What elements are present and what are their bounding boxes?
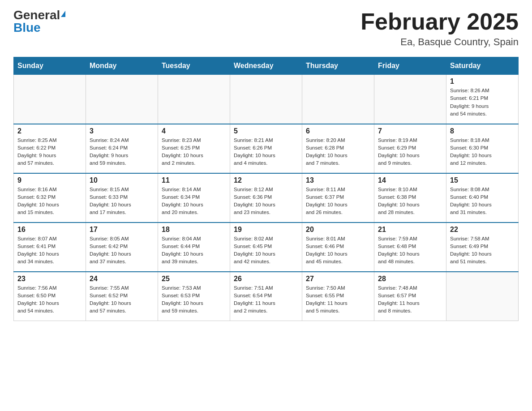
day-info: Sunrise: 8:25 AM Sunset: 6:22 PM Dayligh… — [17, 137, 82, 167]
day-number: 15 — [450, 176, 515, 184]
day-info: Sunrise: 8:15 AM Sunset: 6:33 PM Dayligh… — [90, 186, 154, 217]
calendar-cell — [230, 75, 302, 124]
calendar-cell: 10Sunrise: 8:15 AM Sunset: 6:33 PM Dayli… — [86, 173, 158, 223]
day-number: 14 — [378, 176, 442, 184]
day-number: 2 — [17, 127, 82, 135]
day-info: Sunrise: 7:56 AM Sunset: 6:50 PM Dayligh… — [17, 284, 82, 315]
day-number: 18 — [162, 226, 226, 234]
day-number: 8 — [450, 127, 515, 135]
day-number: 9 — [17, 176, 82, 184]
day-info: Sunrise: 8:04 AM Sunset: 6:44 PM Dayligh… — [162, 235, 226, 266]
day-info: Sunrise: 7:51 AM Sunset: 6:54 PM Dayligh… — [234, 284, 298, 315]
day-number: 16 — [17, 226, 82, 234]
calendar-cell: 11Sunrise: 8:14 AM Sunset: 6:34 PM Dayli… — [158, 173, 230, 223]
logo-general-text: General — [13, 9, 60, 21]
day-info: Sunrise: 8:12 AM Sunset: 6:36 PM Dayligh… — [234, 186, 298, 217]
day-info: Sunrise: 8:19 AM Sunset: 6:29 PM Dayligh… — [378, 137, 442, 167]
calendar-cell: 18Sunrise: 8:04 AM Sunset: 6:44 PM Dayli… — [158, 223, 230, 272]
calendar-cell: 28Sunrise: 7:48 AM Sunset: 6:57 PM Dayli… — [374, 272, 446, 321]
day-number: 26 — [234, 275, 298, 283]
calendar-cell: 13Sunrise: 8:11 AM Sunset: 6:37 PM Dayli… — [302, 173, 374, 223]
calendar-cell — [302, 75, 374, 124]
day-number: 24 — [90, 275, 154, 283]
day-info: Sunrise: 8:11 AM Sunset: 6:37 PM Dayligh… — [306, 186, 370, 217]
day-number: 3 — [90, 127, 154, 135]
calendar-week-row: 2Sunrise: 8:25 AM Sunset: 6:22 PM Daylig… — [14, 124, 519, 173]
day-info: Sunrise: 7:55 AM Sunset: 6:52 PM Dayligh… — [90, 284, 154, 315]
location: Ea, Basque Country, Spain — [360, 36, 519, 48]
calendar-cell — [374, 75, 446, 124]
day-info: Sunrise: 8:02 AM Sunset: 6:45 PM Dayligh… — [234, 235, 298, 266]
day-number: 4 — [162, 127, 226, 135]
day-number: 23 — [17, 275, 82, 283]
calendar-week-row: 9Sunrise: 8:16 AM Sunset: 6:32 PM Daylig… — [14, 173, 519, 223]
calendar-week-row: 16Sunrise: 8:07 AM Sunset: 6:41 PM Dayli… — [14, 223, 519, 272]
day-number: 17 — [90, 226, 154, 234]
calendar-cell: 2Sunrise: 8:25 AM Sunset: 6:22 PM Daylig… — [14, 124, 86, 173]
day-info: Sunrise: 7:53 AM Sunset: 6:53 PM Dayligh… — [162, 284, 226, 315]
calendar-cell: 3Sunrise: 8:24 AM Sunset: 6:24 PM Daylig… — [86, 124, 158, 173]
weekday-header: Friday — [374, 57, 446, 75]
calendar-cell: 24Sunrise: 7:55 AM Sunset: 6:52 PM Dayli… — [86, 272, 158, 321]
day-info: Sunrise: 8:26 AM Sunset: 6:21 PM Dayligh… — [450, 87, 515, 118]
page-header: General Blue February 2025 Ea, Basque Co… — [13, 9, 519, 48]
day-info: Sunrise: 7:50 AM Sunset: 6:55 PM Dayligh… — [306, 284, 370, 315]
calendar-cell: 21Sunrise: 7:59 AM Sunset: 6:48 PM Dayli… — [374, 223, 446, 272]
weekday-header: Wednesday — [230, 57, 302, 75]
calendar-week-row: 23Sunrise: 7:56 AM Sunset: 6:50 PM Dayli… — [14, 272, 519, 321]
calendar-cell: 4Sunrise: 8:23 AM Sunset: 6:25 PM Daylig… — [158, 124, 230, 173]
calendar-cell: 6Sunrise: 8:20 AM Sunset: 6:28 PM Daylig… — [302, 124, 374, 173]
day-info: Sunrise: 8:08 AM Sunset: 6:40 PM Dayligh… — [450, 186, 515, 217]
day-number: 7 — [378, 127, 442, 135]
calendar-cell: 16Sunrise: 8:07 AM Sunset: 6:41 PM Dayli… — [14, 223, 86, 272]
weekday-header: Tuesday — [158, 57, 230, 75]
calendar-cell: 23Sunrise: 7:56 AM Sunset: 6:50 PM Dayli… — [14, 272, 86, 321]
calendar-cell — [158, 75, 230, 124]
day-number: 19 — [234, 226, 298, 234]
day-number: 25 — [162, 275, 226, 283]
day-info: Sunrise: 8:14 AM Sunset: 6:34 PM Dayligh… — [162, 186, 226, 217]
logo: General Blue — [13, 9, 65, 34]
logo-triangle-icon — [61, 11, 65, 17]
calendar-cell: 26Sunrise: 7:51 AM Sunset: 6:54 PM Dayli… — [230, 272, 302, 321]
day-info: Sunrise: 8:16 AM Sunset: 6:32 PM Dayligh… — [17, 186, 82, 217]
day-number: 11 — [162, 176, 226, 184]
day-info: Sunrise: 7:59 AM Sunset: 6:48 PM Dayligh… — [378, 235, 442, 266]
title-area: February 2025 Ea, Basque Country, Spain — [360, 9, 519, 48]
calendar-cell: 1Sunrise: 8:26 AM Sunset: 6:21 PM Daylig… — [446, 75, 519, 124]
calendar-cell: 25Sunrise: 7:53 AM Sunset: 6:53 PM Dayli… — [158, 272, 230, 321]
day-info: Sunrise: 8:05 AM Sunset: 6:42 PM Dayligh… — [90, 235, 154, 266]
day-number: 10 — [90, 176, 154, 184]
day-number: 22 — [450, 226, 515, 234]
calendar-cell: 20Sunrise: 8:01 AM Sunset: 6:46 PM Dayli… — [302, 223, 374, 272]
calendar-cell — [446, 272, 519, 321]
day-info: Sunrise: 8:01 AM Sunset: 6:46 PM Dayligh… — [306, 235, 370, 266]
calendar-header-row: SundayMondayTuesdayWednesdayThursdayFrid… — [14, 57, 519, 75]
calendar-cell: 27Sunrise: 7:50 AM Sunset: 6:55 PM Dayli… — [302, 272, 374, 321]
weekday-header: Sunday — [14, 57, 86, 75]
day-info: Sunrise: 8:10 AM Sunset: 6:38 PM Dayligh… — [378, 186, 442, 217]
weekday-header: Monday — [86, 57, 158, 75]
calendar-cell: 19Sunrise: 8:02 AM Sunset: 6:45 PM Dayli… — [230, 223, 302, 272]
day-info: Sunrise: 8:24 AM Sunset: 6:24 PM Dayligh… — [90, 137, 154, 167]
day-info: Sunrise: 7:58 AM Sunset: 6:49 PM Dayligh… — [450, 235, 515, 266]
calendar-week-row: 1Sunrise: 8:26 AM Sunset: 6:21 PM Daylig… — [14, 75, 519, 124]
day-number: 1 — [450, 77, 515, 86]
calendar-table: SundayMondayTuesdayWednesdayThursdayFrid… — [13, 57, 519, 321]
day-number: 13 — [306, 176, 370, 184]
calendar-cell: 15Sunrise: 8:08 AM Sunset: 6:40 PM Dayli… — [446, 173, 519, 223]
day-info: Sunrise: 8:18 AM Sunset: 6:30 PM Dayligh… — [450, 137, 515, 167]
calendar-cell: 17Sunrise: 8:05 AM Sunset: 6:42 PM Dayli… — [86, 223, 158, 272]
day-number: 28 — [378, 275, 442, 283]
day-number: 20 — [306, 226, 370, 234]
day-info: Sunrise: 8:21 AM Sunset: 6:26 PM Dayligh… — [234, 137, 298, 167]
calendar-cell: 12Sunrise: 8:12 AM Sunset: 6:36 PM Dayli… — [230, 173, 302, 223]
day-info: Sunrise: 8:23 AM Sunset: 6:25 PM Dayligh… — [162, 137, 226, 167]
calendar-cell: 14Sunrise: 8:10 AM Sunset: 6:38 PM Dayli… — [374, 173, 446, 223]
day-info: Sunrise: 8:20 AM Sunset: 6:28 PM Dayligh… — [306, 137, 370, 167]
logo-blue-text: Blue — [13, 21, 41, 34]
day-info: Sunrise: 7:48 AM Sunset: 6:57 PM Dayligh… — [378, 284, 442, 315]
calendar-cell: 9Sunrise: 8:16 AM Sunset: 6:32 PM Daylig… — [14, 173, 86, 223]
weekday-header: Saturday — [446, 57, 519, 75]
day-number: 12 — [234, 176, 298, 184]
